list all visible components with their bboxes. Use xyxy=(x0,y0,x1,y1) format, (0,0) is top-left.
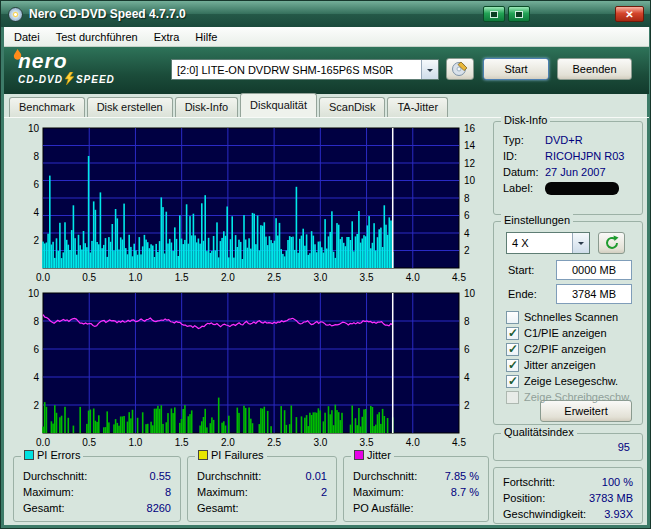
disk-info-label: Typ: xyxy=(503,134,524,146)
disk-info-row: Datum:27 Jun 2007 xyxy=(503,166,633,180)
drive-selector[interactable]: [2:0] LITE-ON DVDRW SHM-165P6S MS0R xyxy=(171,59,439,80)
menu-item-extra[interactable]: Extra xyxy=(146,29,188,45)
refresh-disc-button[interactable] xyxy=(598,232,625,254)
start-button[interactable]: Start xyxy=(483,58,549,80)
tab-diskqualit-t[interactable]: Diskqualität xyxy=(240,93,317,117)
svg-text:4.5: 4.5 xyxy=(452,272,466,283)
minimize-icon xyxy=(490,11,498,18)
tab-disk-erstellen[interactable]: Disk erstellen xyxy=(87,97,173,117)
pi-errors-chart: 1086421614121086420.00.51.01.52.02.53.03… xyxy=(13,122,483,290)
checkbox-schnelles-scannen[interactable] xyxy=(506,311,519,324)
legend-label: Maximum: xyxy=(197,486,248,498)
tab-ta-jitter[interactable]: TA-Jitter xyxy=(387,97,448,117)
checkbox-zeige-schreibgeschw xyxy=(506,391,519,404)
checkbox-c2-pif-anzeigen[interactable] xyxy=(506,343,519,356)
progress-label: Fortschritt: xyxy=(503,476,555,488)
svg-text:8: 8 xyxy=(464,316,470,327)
legend-label: Gesamt: xyxy=(23,502,65,514)
nero-logo: nero CD-DVD SPEED xyxy=(18,50,115,87)
app-window: Nero CD-DVD Speed 4.7.7.0 ✕ DateiTest du… xyxy=(0,0,651,529)
legend-value: 0.55 xyxy=(150,470,171,482)
svg-text:6: 6 xyxy=(33,179,39,190)
legend-row: Gesamt:8260 xyxy=(23,502,171,516)
quality-index-value: 95 xyxy=(618,441,630,453)
pi-failures-color-swatch xyxy=(198,450,208,460)
tab-bar: BenchmarkDisk erstellenDisk-InfoDiskqual… xyxy=(4,94,649,118)
close-button[interactable]: ✕ xyxy=(615,6,644,22)
disk-info-value: DVD+R xyxy=(545,134,583,146)
legend-label: PO Ausfälle: xyxy=(353,502,414,514)
maximize-icon xyxy=(515,11,523,18)
menu-item-datei[interactable]: Datei xyxy=(6,29,48,45)
progress-group: Fortschritt:100 %Position:3783 MBGeschwi… xyxy=(493,467,643,524)
checkbox-row-c1-pie-anzeigen: C1/PIE anzeigen xyxy=(506,326,607,340)
start-mb-field[interactable]: 0000 MB xyxy=(556,260,632,280)
quality-index-group: Qualitätsindex 95 xyxy=(493,433,643,461)
legend-row: PO Ausfälle: xyxy=(353,502,479,516)
legend-title-text: Jitter xyxy=(367,449,391,461)
tab-scandisk[interactable]: ScanDisk xyxy=(319,97,385,117)
menu-item-hilfe[interactable]: Hilfe xyxy=(187,29,225,45)
svg-text:8: 8 xyxy=(33,316,39,327)
svg-text:6: 6 xyxy=(33,344,39,355)
legend-value: 0.01 xyxy=(306,470,327,482)
quit-button[interactable]: Beenden xyxy=(557,58,632,80)
end-mb-label: Ende: xyxy=(508,288,537,300)
legend-value: 2 xyxy=(321,486,327,498)
chevron-down-icon[interactable] xyxy=(421,60,438,79)
checkbox-jitter-anzeigen[interactable] xyxy=(506,359,519,372)
svg-text:2: 2 xyxy=(464,400,470,411)
checkbox-row-jitter-anzeigen: Jitter anzeigen xyxy=(506,358,596,372)
window-title: Nero CD-DVD Speed 4.7.7.0 xyxy=(29,7,186,21)
svg-text:2.5: 2.5 xyxy=(267,272,281,283)
legend-row: Maximum:2 xyxy=(197,486,327,500)
progress-label: Geschwindigkeit: xyxy=(503,508,586,520)
svg-text:16: 16 xyxy=(464,123,476,134)
disk-info-group: Disk-Info Typ:DVD+RID:RICOHJPN R03Datum:… xyxy=(493,121,643,215)
quality-index-title: Qualitätsindex xyxy=(501,426,577,438)
svg-text:1.0: 1.0 xyxy=(128,437,142,448)
legend-row: Durchschnitt:0.01 xyxy=(197,470,327,484)
legend-title-text: PI Failures xyxy=(211,449,264,461)
svg-text:10: 10 xyxy=(464,175,476,186)
checkbox-zeige-lesegeschw[interactable] xyxy=(506,375,519,388)
checkbox-label: C2/PIF anzeigen xyxy=(524,343,606,355)
legend-label: Maximum: xyxy=(23,486,74,498)
svg-text:1.0: 1.0 xyxy=(128,272,142,283)
tab-benchmark[interactable]: Benchmark xyxy=(9,97,85,117)
checkbox-label: Schnelles Scannen xyxy=(524,311,618,323)
legend-label: Gesamt: xyxy=(197,502,239,514)
menubar: DateiTest durchführenExtraHilfe xyxy=(4,27,649,47)
settings-group: Einstellungen 4 X Start: 0000 MB Ende: 3… xyxy=(493,221,643,425)
svg-text:10: 10 xyxy=(28,123,40,134)
progress-row: Geschwindigkeit:3.93X xyxy=(503,508,633,522)
speed-selector[interactable]: 4 X xyxy=(506,232,590,254)
svg-text:4: 4 xyxy=(33,372,39,383)
end-mb-field[interactable]: 3784 MB xyxy=(556,284,632,304)
progress-row: Position:3783 MB xyxy=(503,492,633,506)
checkbox-row-c2-pif-anzeigen: C2/PIF anzeigen xyxy=(506,342,606,356)
checkbox-label: Zeige Schreibgeschw. xyxy=(524,391,632,403)
tab-disk-info[interactable]: Disk-Info xyxy=(175,97,238,117)
svg-text:2: 2 xyxy=(33,400,39,411)
checkbox-c1-pie-anzeigen[interactable] xyxy=(506,327,519,340)
minimize-button[interactable] xyxy=(483,6,505,22)
legend-label: Maximum: xyxy=(353,486,404,498)
svg-text:10: 10 xyxy=(464,288,476,299)
menu-item-test-durchf-hren[interactable]: Test durchführen xyxy=(48,29,146,45)
legend-row: Maximum:8 xyxy=(23,486,171,500)
progress-value: 3.93X xyxy=(604,508,633,520)
legend-group-jitter: JitterDurchschnitt:7.85 %Maximum:8.7 %PO… xyxy=(343,456,489,522)
nero-header: nero CD-DVD SPEED [2:0] LITE-ON DVDRW SH… xyxy=(4,47,649,94)
svg-text:3.0: 3.0 xyxy=(313,437,327,448)
legend-value: 8.7 % xyxy=(451,486,479,498)
disk-info-label: Label: xyxy=(503,182,533,194)
maximize-button[interactable] xyxy=(508,6,530,22)
disc-edit-button[interactable] xyxy=(446,58,474,80)
chevron-down-icon[interactable] xyxy=(572,233,589,253)
svg-text:0.5: 0.5 xyxy=(82,437,96,448)
disk-info-label: Datum: xyxy=(503,166,538,178)
svg-text:8: 8 xyxy=(33,151,39,162)
legend-title-text: PI Errors xyxy=(37,449,80,461)
legend-title: PI Errors xyxy=(21,449,83,461)
